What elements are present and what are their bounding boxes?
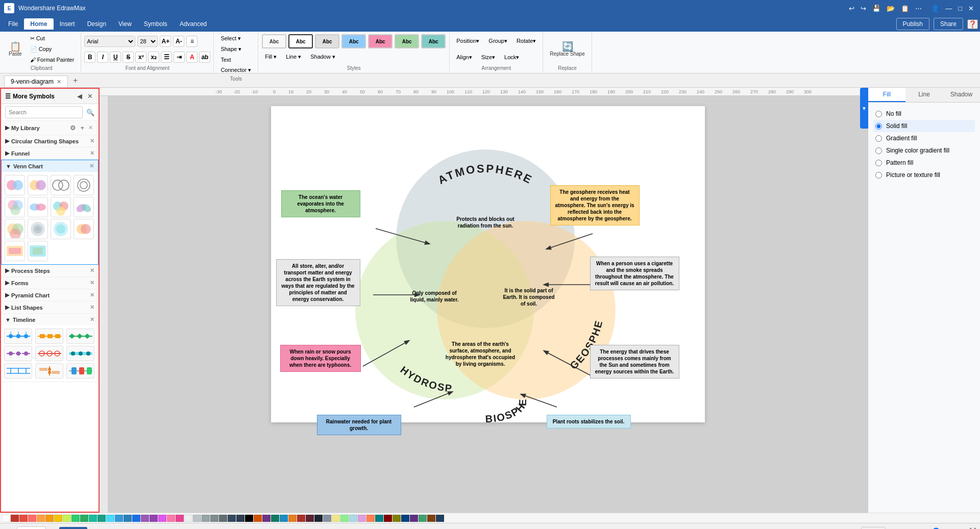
menu-file[interactable]: File	[2, 18, 24, 30]
fill-button[interactable]: Fill ▾	[261, 52, 280, 62]
color-pink-purple[interactable]	[158, 515, 166, 522]
timeline-shape-1[interactable]	[4, 329, 32, 344]
textbox-rain-snow[interactable]: When rain or snow pours down heavily. Es…	[280, 345, 361, 372]
list-close-icon[interactable]: ✕	[90, 304, 94, 311]
shape-button[interactable]: Shape ▾	[217, 44, 245, 54]
settings-button[interactable]: ⋯	[913, 4, 924, 13]
superscript-button[interactable]: x²	[135, 52, 146, 63]
share-button[interactable]: Share	[934, 18, 963, 30]
color-purple-2[interactable]	[410, 515, 418, 522]
paste-button[interactable]: 📋 Paste	[5, 34, 26, 64]
my-library-close-icon[interactable]: ✕	[87, 123, 94, 132]
italic-button[interactable]: I	[97, 52, 108, 63]
list-button[interactable]: ☰	[161, 52, 172, 63]
color-plum[interactable]	[358, 515, 366, 522]
fill-radio-single-gradient[interactable]	[875, 147, 882, 154]
color-khaki[interactable]	[332, 515, 340, 522]
style-swatch-5[interactable]: Abc	[368, 34, 393, 48]
color-crimson[interactable]	[297, 515, 305, 522]
forms-close-icon[interactable]: ✕	[90, 280, 94, 286]
fill-option-picture[interactable]: Picture or texture fill	[873, 169, 975, 181]
color-cyan[interactable]	[106, 515, 114, 522]
shadow-tab[interactable]: Shadow	[943, 88, 980, 102]
font-shrink-button[interactable]: A-	[173, 36, 184, 47]
avatar-button[interactable]: 👤	[929, 4, 941, 13]
color-sky-blue[interactable]	[280, 515, 288, 522]
right-panel-collapse-button[interactable]: ▼	[860, 88, 868, 129]
color-blue[interactable]	[115, 515, 123, 522]
color-dark-purple[interactable]	[150, 515, 158, 522]
funnel-header[interactable]: ▶ Funnel ✕	[1, 147, 99, 159]
venn-close-icon[interactable]: ✕	[89, 163, 94, 169]
fill-option-pattern[interactable]: Pattern fill	[873, 157, 975, 169]
menu-view[interactable]: View	[112, 18, 138, 30]
fill-radio-pattern[interactable]	[875, 160, 882, 166]
color-olive[interactable]	[393, 515, 401, 522]
color-brown-orange[interactable]	[254, 515, 262, 522]
timeline-shape-9[interactable]	[66, 363, 94, 379]
funnel-close-icon[interactable]: ✕	[90, 150, 94, 157]
venn-shape-14[interactable]	[28, 241, 48, 261]
redo-button[interactable]: ↪	[859, 4, 868, 13]
color-navy[interactable]	[236, 515, 244, 522]
highlight-button[interactable]: ab	[199, 52, 210, 63]
pyramid-close-icon[interactable]: ✕	[90, 292, 94, 298]
menu-insert[interactable]: Insert	[54, 18, 81, 30]
search-input[interactable]	[5, 106, 83, 118]
venn-shape-2[interactable]	[28, 175, 48, 195]
color-bright-blue[interactable]	[132, 515, 140, 522]
color-coral[interactable]	[366, 515, 375, 522]
color-dark-slate[interactable]	[228, 515, 236, 522]
venn-header[interactable]: ▼ Venn Chart ✕	[2, 160, 98, 172]
color-steel-blue[interactable]	[323, 515, 331, 522]
grid-view-button[interactable]: ⊞	[4, 527, 13, 529]
timeline-shape-3[interactable]	[66, 329, 94, 344]
color-green[interactable]	[71, 515, 80, 522]
help-button[interactable]: ❓	[967, 19, 978, 29]
canvas-area[interactable]: -30 -20 -10 0 10 20 30 40 50 60 70 80 90…	[100, 88, 868, 513]
fill-tab[interactable]: Fill	[868, 88, 905, 102]
copy-button[interactable]: 📄 Copy	[27, 44, 78, 54]
color-dark-gray[interactable]	[210, 515, 218, 522]
color-white[interactable]	[2, 515, 10, 522]
style-swatch-4[interactable]: Abc	[341, 34, 366, 48]
style-swatch-6[interactable]: Abc	[395, 34, 419, 48]
underline-button[interactable]: U	[110, 52, 121, 63]
color-maroon-2[interactable]	[384, 515, 392, 522]
venn-shape-10[interactable]	[28, 219, 48, 239]
textbox-ocean-evaporates[interactable]: The ocean's water evaporates into the at…	[281, 190, 360, 217]
subscript-button[interactable]: x₂	[148, 52, 159, 63]
textbox-rainwater[interactable]: Rainwater needed for plant growth.	[317, 415, 401, 435]
list-header[interactable]: ▶ List Shapes ✕	[1, 301, 99, 313]
process-header[interactable]: ▶ Process Steps ✕	[1, 265, 99, 276]
group-button[interactable]: Group▾	[485, 36, 511, 46]
color-deep-teal[interactable]	[271, 515, 279, 522]
venn-shape-6[interactable]	[28, 197, 48, 217]
color-light-blue[interactable]	[349, 515, 357, 522]
format-painter-button[interactable]: 🖌 Format Painter	[27, 55, 78, 64]
color-dark-navy[interactable]	[401, 515, 409, 522]
textbox-cigarette[interactable]: When a person uses a cigarette and the s…	[590, 257, 679, 290]
font-size-select[interactable]: 28	[137, 36, 158, 47]
color-teal[interactable]	[89, 515, 97, 522]
color-lime[interactable]	[63, 515, 71, 522]
my-library-settings-icon[interactable]: ⚙	[68, 123, 78, 132]
color-very-dark[interactable]	[314, 515, 323, 522]
strikethrough-button[interactable]: S	[122, 52, 134, 63]
venn-shape-12[interactable]	[74, 219, 94, 239]
color-light-green[interactable]	[340, 515, 349, 522]
venn-shape-11[interactable]	[51, 219, 71, 239]
venn-shape-5[interactable]	[5, 197, 25, 217]
fill-option-none[interactable]: No fill	[873, 108, 975, 120]
fill-option-gradient[interactable]: Gradient fill	[873, 132, 975, 144]
color-red[interactable]	[19, 515, 28, 522]
canvas-wrapper[interactable]: ATMOSPHERE HYDROSPHERE GEOSPHERE	[108, 96, 868, 513]
menu-design[interactable]: Design	[81, 18, 112, 30]
open-button[interactable]: 📂	[885, 4, 897, 13]
fill-radio-none[interactable]	[875, 111, 882, 117]
color-mid-gray[interactable]	[202, 515, 210, 522]
circular-close-icon[interactable]: ✕	[90, 138, 94, 144]
menu-symbols[interactable]: Symbols	[138, 18, 174, 30]
process-close-icon[interactable]: ✕	[90, 267, 94, 274]
search-icon[interactable]: 🔍	[85, 108, 96, 117]
